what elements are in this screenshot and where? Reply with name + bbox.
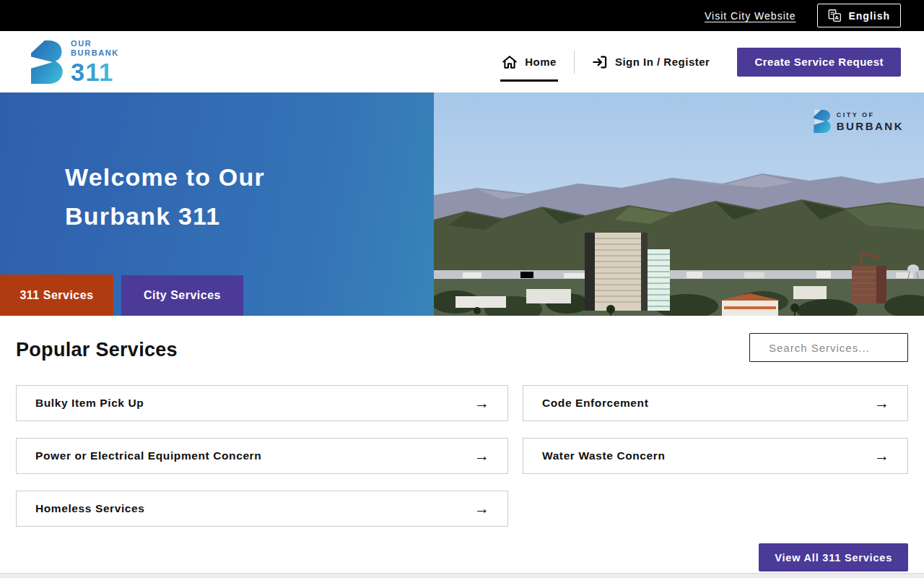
nav-divider <box>574 51 575 74</box>
page: Visit City Website A English <box>0 0 924 578</box>
nav-sign-in-label: Sign In / Register <box>615 56 710 68</box>
arrow-right-icon: → <box>474 447 489 465</box>
service-card-bulky-item-pick-up[interactable]: Bulky Item Pick Up → <box>16 385 508 421</box>
service-card-power-or-electrical-equipment-concern[interactable]: Power or Electrical Equipment Concern → <box>16 438 508 474</box>
site-header: OUR BURBANK 311 Home Sign In / <box>0 31 924 92</box>
service-card-water-waste-concern[interactable]: Water Waste Concern → <box>523 438 908 474</box>
top-utility-bar: Visit City Website A English <box>0 0 924 31</box>
main-nav: Home Sign In / Register Create Service R… <box>500 47 901 77</box>
hero-banner: CITY OF BURBANK Welcome to Our Burbank 3… <box>0 92 924 316</box>
city-badge-text: CITY OF BURBANK <box>837 112 904 131</box>
logo-311: 311 <box>71 59 119 85</box>
logo-burbank: BURBANK <box>71 49 119 57</box>
hero-tabs: 311 Services City Services <box>0 275 243 316</box>
nav-home-label: Home <box>525 56 557 68</box>
city-of-burbank-badge: CITY OF BURBANK <box>812 110 904 133</box>
search-services-input[interactable] <box>749 333 908 362</box>
service-cards-grid: Bulky Item Pick Up → Code Enforcement → … <box>16 385 908 527</box>
translate-document-icon: A <box>828 9 842 22</box>
burbank-b-logo-icon <box>26 40 65 84</box>
service-card-label: Homeless Services <box>35 502 145 515</box>
service-card-homeless-services[interactable]: Homeless Services → <box>16 491 508 527</box>
hero-title-line2: Burbank 311 <box>65 197 265 236</box>
hero-title: Welcome to Our Burbank 311 <box>65 158 265 236</box>
svg-text:A: A <box>835 14 840 21</box>
logo-our: OUR <box>71 40 119 48</box>
language-selector-button[interactable]: A English <box>817 4 901 27</box>
service-card-label: Code Enforcement <box>542 397 648 410</box>
home-icon <box>502 54 518 70</box>
popular-services-section: Popular Services Bulky Item Pick Up → Co… <box>0 316 924 571</box>
language-label: English <box>848 10 890 22</box>
city-of-burbank-logo-icon <box>812 110 831 133</box>
service-card-label: Power or Electrical Equipment Concern <box>35 449 261 462</box>
view-all-row: View All 311 Services <box>16 543 908 571</box>
footer-edge <box>0 573 924 578</box>
tab-311-services[interactable]: 311 Services <box>0 275 113 316</box>
hero-title-line1: Welcome to Our <box>65 158 265 197</box>
arrow-right-icon: → <box>474 394 489 412</box>
view-all-311-services-button[interactable]: View All 311 Services <box>759 543 908 571</box>
nav-sign-in-register[interactable]: Sign In / Register <box>590 47 712 77</box>
create-service-request-button[interactable]: Create Service Request <box>737 48 901 77</box>
login-arrow-icon <box>592 54 608 70</box>
popular-services-header: Popular Services <box>16 333 908 362</box>
service-card-label: Water Waste Concern <box>542 449 665 462</box>
arrow-right-icon: → <box>874 447 889 465</box>
badge-city-of: CITY OF <box>837 112 904 118</box>
arrow-right-icon: → <box>874 394 889 412</box>
logo-wordmark: OUR BURBANK 311 <box>71 40 119 85</box>
visit-city-website-link[interactable]: Visit City Website <box>705 10 796 22</box>
tab-city-services[interactable]: City Services <box>121 275 243 316</box>
our-burbank-311-logo[interactable]: OUR BURBANK 311 <box>26 40 119 85</box>
service-card-label: Bulky Item Pick Up <box>35 397 144 410</box>
service-card-code-enforcement[interactable]: Code Enforcement → <box>523 385 908 421</box>
badge-burbank: BURBANK <box>837 121 904 131</box>
popular-services-heading: Popular Services <box>16 333 178 361</box>
arrow-right-icon: → <box>474 500 489 517</box>
nav-home[interactable]: Home <box>500 47 558 77</box>
